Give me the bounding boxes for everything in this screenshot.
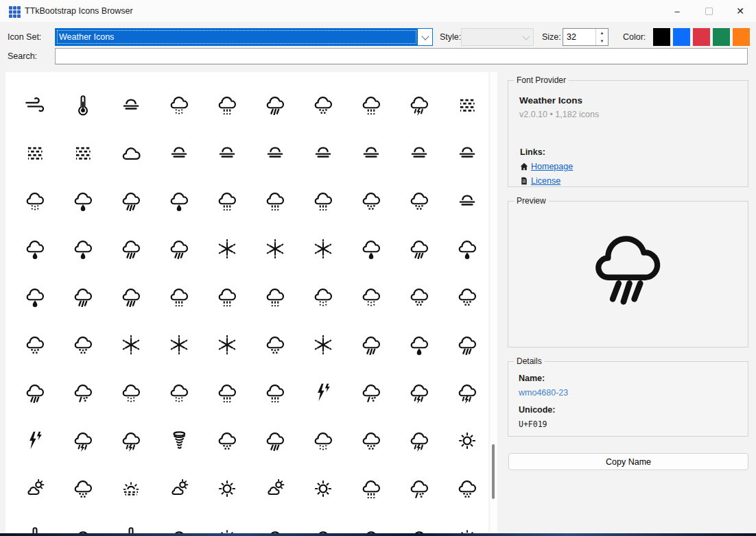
icon-cell-cloud-raindrop[interactable] — [155, 177, 203, 225]
icon-cell-snowflake[interactable] — [107, 321, 155, 369]
icon-cell-cloud-snow[interactable] — [59, 465, 107, 513]
icon-cell-fog[interactable] — [299, 129, 347, 177]
icon-cell-cloud-lightning-rain[interactable] — [395, 417, 443, 465]
icon-cell-snowflake[interactable] — [299, 225, 347, 273]
icon-cell-fog[interactable] — [395, 129, 443, 177]
icon-cell-fog[interactable] — [443, 129, 491, 177]
icon-cell-cloud-snow[interactable] — [59, 321, 107, 369]
close-button[interactable]: ✕ — [724, 0, 756, 22]
icon-cell-sun[interactable] — [443, 417, 491, 465]
icon-cell-cloud-raindrop[interactable] — [395, 321, 443, 369]
homepage-link[interactable]: Homepage — [531, 162, 573, 171]
icon-cell-dashes[interactable] — [11, 129, 59, 177]
color-swatch-blue[interactable] — [673, 28, 690, 46]
icon-cell-thermometer[interactable] — [59, 81, 107, 129]
icon-cell-cloud-rain[interactable] — [347, 465, 395, 513]
icon-cell-snowflake[interactable] — [251, 225, 299, 273]
icon-cell-cloud[interactable] — [59, 513, 107, 533]
icon-cell-cloud-drizzle[interactable] — [299, 417, 347, 465]
icon-cell-cloud-rain[interactable] — [299, 177, 347, 225]
icon-cell-sun-cloud[interactable] — [251, 465, 299, 513]
icon-cell-cloud-snow[interactable] — [11, 321, 59, 369]
color-swatch-orange[interactable] — [733, 28, 750, 46]
icon-cell-cloud-heavy-rain[interactable] — [347, 321, 395, 369]
icon-cell-cloud-heavy-rain[interactable] — [107, 273, 155, 321]
icon-cell-fog[interactable] — [347, 129, 395, 177]
icon-cell-cloud-lightning-rain[interactable] — [443, 369, 491, 417]
icon-cell-fog[interactable] — [107, 81, 155, 129]
icon-cell-cloud-raindrop[interactable] — [11, 225, 59, 273]
icon-cell-cloud[interactable] — [347, 513, 395, 533]
icon-cell-cloud-snow[interactable] — [443, 465, 491, 513]
icon-cell-cloud-rain[interactable] — [347, 81, 395, 129]
icon-cell-dashes[interactable] — [443, 81, 491, 129]
icon-cell-cloud-raindrop[interactable] — [59, 225, 107, 273]
icon-cell-tornado[interactable] — [155, 417, 203, 465]
icon-cell-cloud-rain[interactable] — [155, 273, 203, 321]
icon-cell-cloud-lightning-rain[interactable] — [395, 81, 443, 129]
icon-cell-snowflake[interactable] — [299, 321, 347, 369]
icon-set-dropdown-button[interactable] — [418, 29, 432, 45]
icon-cell-cloud-drizzle[interactable] — [107, 369, 155, 417]
icon-cell-wind[interactable] — [11, 81, 59, 129]
icon-cell-sun[interactable] — [203, 465, 251, 513]
icon-cell-cloud-heavy-rain[interactable] — [443, 321, 491, 369]
icon-cell-cloud-sleet[interactable] — [59, 369, 107, 417]
icon-cell-cloud-drizzle[interactable] — [299, 273, 347, 321]
license-link[interactable]: License — [531, 176, 560, 186]
icon-cell-cloud[interactable] — [107, 129, 155, 177]
icon-cell-snowflake[interactable] — [203, 321, 251, 369]
icon-cell-cloud-drizzle[interactable] — [155, 81, 203, 129]
icon-cell-cloud-snow[interactable] — [251, 321, 299, 369]
icon-cell-lightning[interactable] — [299, 369, 347, 417]
icon-cell-cloud-sleet[interactable] — [347, 369, 395, 417]
copy-name-button[interactable]: Copy Name — [508, 453, 748, 470]
icon-cell-cloud-snow[interactable] — [347, 177, 395, 225]
icon-cell-sunrise[interactable] — [443, 513, 491, 533]
icon-cell-cloud-lightning-rain[interactable] — [395, 369, 443, 417]
icon-cell-cloud-heavy-rain[interactable] — [59, 273, 107, 321]
icon-cell-cloud-raindrop[interactable] — [59, 177, 107, 225]
icon-cell-cloud-drizzle[interactable] — [347, 273, 395, 321]
icon-cell-cloud-snow[interactable] — [203, 417, 251, 465]
icon-cell-cloud-snow[interactable] — [443, 273, 491, 321]
icon-cell-cloud-snow[interactable] — [395, 273, 443, 321]
icon-cell-lightning[interactable] — [11, 417, 59, 465]
icon-cell-cloud-heavy-rain[interactable] — [11, 369, 59, 417]
size-decrement-button[interactable]: ▼ — [596, 37, 608, 45]
size-increment-button[interactable]: ▲ — [596, 29, 608, 37]
icon-cell-cloud-snow[interactable] — [395, 177, 443, 225]
icon-cell-fog[interactable] — [203, 129, 251, 177]
icon-cell-cloud-heavy-rain[interactable] — [155, 225, 203, 273]
icon-cell-sunrise[interactable] — [203, 513, 251, 533]
icon-cell-cloud-heavy-rain[interactable] — [395, 225, 443, 273]
icon-cell-cloud-rain[interactable] — [203, 369, 251, 417]
icon-cell-cloud-heavy-rain[interactable] — [251, 81, 299, 129]
icon-cell-fog[interactable] — [443, 177, 491, 225]
icon-cell-cloud-lightning-rain[interactable] — [107, 417, 155, 465]
icon-cell-sun-cloud[interactable] — [11, 465, 59, 513]
icon-set-combobox[interactable]: Weather Icons — [55, 28, 433, 46]
icon-cell-cloud-rain[interactable] — [251, 273, 299, 321]
icon-cell-cloud-heavy-rain[interactable] — [107, 225, 155, 273]
icon-cell-cloud-heavy-rain[interactable] — [107, 177, 155, 225]
icon-cell-cloud-raindrop[interactable] — [11, 273, 59, 321]
icon-cell-cloud-raindrop[interactable] — [443, 225, 491, 273]
icon-cell-sun-cloud[interactable] — [155, 465, 203, 513]
icon-cell-sunrise[interactable] — [107, 465, 155, 513]
icon-cell-cloud-raindrop[interactable] — [347, 225, 395, 273]
icon-cell-dashes[interactable] — [59, 129, 107, 177]
icon-cell-cloud-rain[interactable] — [203, 81, 251, 129]
grid-scrollbar-thumb[interactable] — [492, 444, 495, 499]
icon-cell-thermometer[interactable] — [11, 513, 59, 533]
icon-cell-cloud[interactable] — [155, 513, 203, 533]
icon-cell-cloud-snow[interactable] — [299, 81, 347, 129]
size-input[interactable] — [563, 29, 595, 45]
icon-cell-cloud-rain[interactable] — [251, 369, 299, 417]
minimize-button[interactable]: – — [661, 0, 693, 22]
icon-cell-snowflake[interactable] — [155, 321, 203, 369]
icon-cell-cloud-rain[interactable] — [251, 177, 299, 225]
icon-cell-cloud[interactable] — [395, 513, 443, 533]
icon-cell-fog[interactable] — [155, 129, 203, 177]
icon-cell-cloud-sleet[interactable] — [395, 465, 443, 513]
